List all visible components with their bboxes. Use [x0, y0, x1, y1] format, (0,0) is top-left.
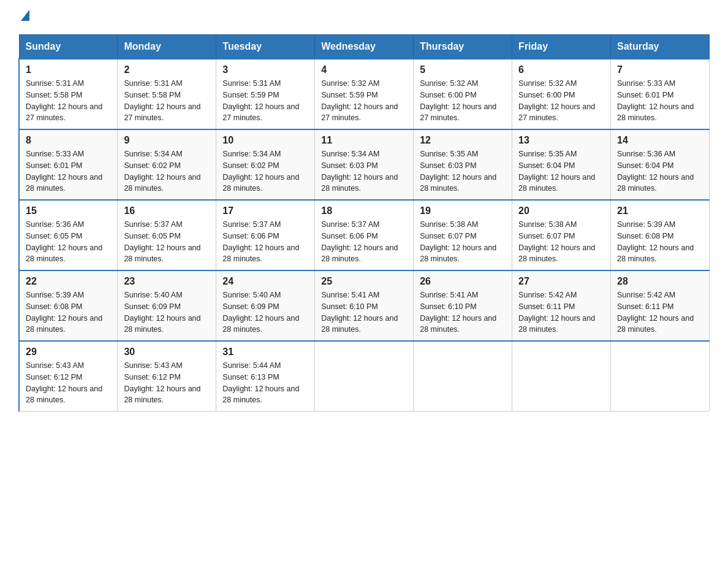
day-info: Sunrise: 5:40 AM Sunset: 6:09 PM Dayligh… [124, 289, 210, 335]
sunrise-label: Sunrise: 5:41 AM [420, 291, 478, 299]
logo [18, 12, 29, 23]
daylight-label: Daylight: 12 hours and 27 minutes. [518, 102, 595, 123]
daylight-label: Daylight: 12 hours and 28 minutes. [124, 314, 200, 334]
header-wednesday: Wednesday [315, 35, 414, 59]
sunset-label: Sunset: 6:06 PM [321, 232, 377, 240]
calendar-day-cell: 4 Sunrise: 5:32 AM Sunset: 5:59 PM Dayli… [315, 59, 414, 129]
sunrise-label: Sunrise: 5:32 AM [321, 79, 379, 88]
sunrise-label: Sunrise: 5:42 AM [518, 291, 577, 299]
day-info: Sunrise: 5:41 AM Sunset: 6:10 PM Dayligh… [420, 289, 506, 335]
day-info: Sunrise: 5:42 AM Sunset: 6:11 PM Dayligh… [518, 289, 604, 335]
sunrise-label: Sunrise: 5:39 AM [617, 220, 675, 229]
calendar-day-cell: 24 Sunrise: 5:40 AM Sunset: 6:09 PM Dayl… [216, 270, 315, 341]
calendar-day-cell: 31 Sunrise: 5:44 AM Sunset: 6:13 PM Dayl… [216, 341, 315, 412]
sunset-label: Sunset: 5:58 PM [124, 91, 180, 99]
day-info: Sunrise: 5:34 AM Sunset: 6:02 PM Dayligh… [124, 148, 210, 194]
sunset-label: Sunset: 6:00 PM [518, 91, 575, 99]
daylight-label: Daylight: 12 hours and 28 minutes. [26, 385, 102, 405]
calendar-week-row: 8 Sunrise: 5:33 AM Sunset: 6:01 PM Dayli… [19, 129, 710, 200]
day-info: Sunrise: 5:36 AM Sunset: 6:05 PM Dayligh… [26, 219, 111, 265]
daylight-label: Daylight: 12 hours and 28 minutes. [26, 173, 102, 193]
daylight-label: Daylight: 12 hours and 28 minutes. [420, 243, 496, 264]
day-info: Sunrise: 5:36 AM Sunset: 6:04 PM Dayligh… [617, 148, 703, 194]
daylight-label: Daylight: 12 hours and 27 minutes. [420, 102, 496, 123]
header-thursday: Thursday [414, 35, 512, 59]
sunrise-label: Sunrise: 5:35 AM [518, 150, 577, 158]
calendar-day-cell: 18 Sunrise: 5:37 AM Sunset: 6:06 PM Dayl… [315, 200, 414, 270]
logo-triangle-icon [21, 10, 29, 21]
sunrise-label: Sunrise: 5:36 AM [26, 220, 84, 229]
daylight-label: Daylight: 12 hours and 28 minutes. [518, 173, 595, 193]
day-info: Sunrise: 5:35 AM Sunset: 6:04 PM Dayligh… [518, 148, 604, 194]
sunset-label: Sunset: 6:02 PM [124, 161, 180, 170]
sunrise-label: Sunrise: 5:34 AM [124, 150, 182, 158]
sunrise-label: Sunrise: 5:31 AM [222, 79, 281, 88]
daylight-label: Daylight: 12 hours and 28 minutes. [124, 243, 200, 264]
day-info: Sunrise: 5:41 AM Sunset: 6:10 PM Dayligh… [321, 289, 407, 335]
day-number: 16 [124, 205, 210, 216]
daylight-label: Daylight: 12 hours and 28 minutes. [222, 173, 299, 193]
sunrise-label: Sunrise: 5:34 AM [321, 150, 379, 158]
calendar-day-cell: 3 Sunrise: 5:31 AM Sunset: 5:59 PM Dayli… [216, 59, 315, 129]
day-number: 28 [617, 276, 703, 287]
day-number: 30 [124, 347, 210, 358]
day-number: 6 [518, 64, 604, 75]
day-number: 15 [26, 205, 111, 216]
header-saturday: Saturday [611, 35, 710, 59]
day-info: Sunrise: 5:31 AM Sunset: 5:58 PM Dayligh… [26, 78, 111, 124]
sunset-label: Sunset: 5:59 PM [321, 91, 377, 99]
day-info: Sunrise: 5:34 AM Sunset: 6:03 PM Dayligh… [321, 148, 407, 194]
day-number: 9 [124, 135, 210, 146]
calendar-day-cell: 1 Sunrise: 5:31 AM Sunset: 5:58 PM Dayli… [19, 59, 118, 129]
day-info: Sunrise: 5:43 AM Sunset: 6:12 PM Dayligh… [124, 360, 210, 406]
day-info: Sunrise: 5:39 AM Sunset: 6:08 PM Dayligh… [617, 219, 703, 265]
daylight-label: Daylight: 12 hours and 28 minutes. [321, 243, 398, 264]
day-info: Sunrise: 5:34 AM Sunset: 6:02 PM Dayligh… [222, 148, 308, 194]
day-number: 4 [321, 64, 407, 75]
day-number: 29 [26, 347, 111, 358]
day-number: 7 [617, 64, 703, 75]
sunrise-label: Sunrise: 5:38 AM [518, 220, 577, 229]
day-info: Sunrise: 5:33 AM Sunset: 6:01 PM Dayligh… [26, 148, 111, 194]
daylight-label: Daylight: 12 hours and 28 minutes. [124, 173, 200, 193]
header-sunday: Sunday [19, 35, 118, 59]
calendar-day-cell: 20 Sunrise: 5:38 AM Sunset: 6:07 PM Dayl… [512, 200, 611, 270]
daylight-label: Daylight: 12 hours and 28 minutes. [26, 243, 102, 264]
day-number: 26 [420, 276, 506, 287]
sunrise-label: Sunrise: 5:43 AM [124, 361, 182, 370]
day-number: 23 [124, 276, 210, 287]
sunset-label: Sunset: 6:08 PM [617, 232, 673, 240]
daylight-label: Daylight: 12 hours and 28 minutes. [420, 173, 496, 193]
sunset-label: Sunset: 6:11 PM [518, 302, 575, 311]
day-number: 21 [617, 205, 703, 216]
sunset-label: Sunset: 5:59 PM [222, 91, 279, 99]
calendar-table: SundayMondayTuesdayWednesdayThursdayFrid… [18, 34, 710, 412]
calendar-day-cell: 27 Sunrise: 5:42 AM Sunset: 6:11 PM Dayl… [512, 270, 611, 341]
sunrise-label: Sunrise: 5:35 AM [420, 150, 478, 158]
sunrise-label: Sunrise: 5:32 AM [420, 79, 478, 88]
calendar-day-cell: 12 Sunrise: 5:35 AM Sunset: 6:03 PM Dayl… [414, 129, 512, 200]
sunset-label: Sunset: 6:07 PM [420, 232, 476, 240]
day-number: 12 [420, 135, 506, 146]
daylight-label: Daylight: 12 hours and 28 minutes. [518, 314, 595, 334]
day-info: Sunrise: 5:37 AM Sunset: 6:05 PM Dayligh… [124, 219, 210, 265]
page-header [18, 12, 710, 23]
calendar-day-cell: 23 Sunrise: 5:40 AM Sunset: 6:09 PM Dayl… [118, 270, 216, 341]
calendar-day-cell: 9 Sunrise: 5:34 AM Sunset: 6:02 PM Dayli… [118, 129, 216, 200]
calendar-week-row: 22 Sunrise: 5:39 AM Sunset: 6:08 PM Dayl… [19, 270, 710, 341]
calendar-week-row: 29 Sunrise: 5:43 AM Sunset: 6:12 PM Dayl… [19, 341, 710, 412]
calendar-day-cell [315, 341, 414, 412]
daylight-label: Daylight: 12 hours and 27 minutes. [26, 102, 102, 123]
calendar-day-cell [611, 341, 710, 412]
daylight-label: Daylight: 12 hours and 27 minutes. [222, 102, 299, 123]
calendar-week-row: 1 Sunrise: 5:31 AM Sunset: 5:58 PM Dayli… [19, 59, 710, 129]
calendar-day-cell: 21 Sunrise: 5:39 AM Sunset: 6:08 PM Dayl… [611, 200, 710, 270]
day-number: 3 [222, 64, 308, 75]
day-number: 10 [222, 135, 308, 146]
daylight-label: Daylight: 12 hours and 28 minutes. [321, 314, 398, 334]
day-number: 31 [222, 347, 308, 358]
sunrise-label: Sunrise: 5:33 AM [617, 79, 675, 88]
sunset-label: Sunset: 6:11 PM [617, 302, 673, 311]
calendar-day-cell: 11 Sunrise: 5:34 AM Sunset: 6:03 PM Dayl… [315, 129, 414, 200]
sunset-label: Sunset: 6:06 PM [222, 232, 279, 240]
